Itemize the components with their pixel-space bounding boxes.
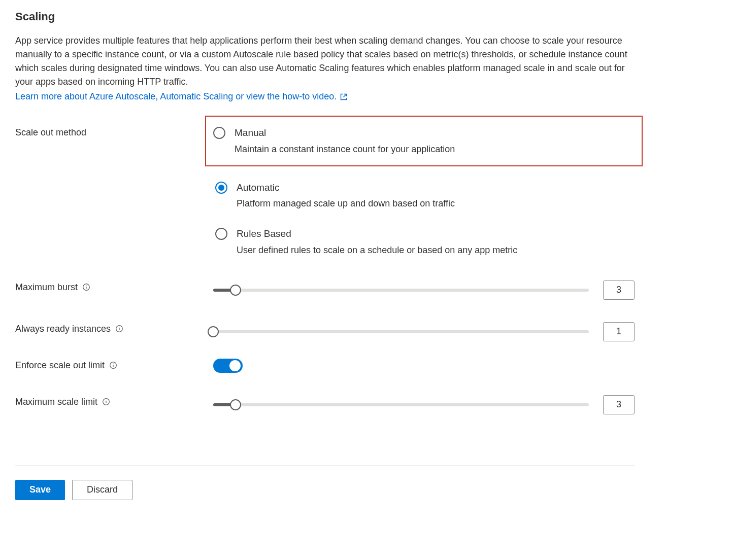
svg-point-2: [86, 285, 86, 286]
save-button[interactable]: Save: [15, 480, 65, 500]
slider-thumb-icon: [230, 399, 241, 410]
maximum-burst-slider[interactable]: [213, 284, 589, 296]
svg-point-11: [106, 400, 106, 400]
radio-manual-desc: Maintain a constant instance count for y…: [235, 143, 455, 156]
info-icon[interactable]: [115, 324, 124, 333]
radio-automatic-title: Automatic: [237, 181, 455, 195]
toggle-knob-icon: [229, 360, 241, 371]
info-icon[interactable]: [109, 361, 118, 370]
enforce-limit-label: Enforce scale out limit: [15, 359, 105, 372]
radio-circle-icon: [215, 228, 227, 240]
slider-thumb-icon: [208, 326, 219, 337]
radio-manual-title: Manual: [235, 126, 455, 141]
enforce-limit-toggle[interactable]: [213, 359, 243, 373]
always-ready-label: Always ready instances: [15, 322, 111, 336]
maximum-burst-label: Maximum burst: [15, 281, 78, 294]
max-scale-limit-label: Maximum scale limit: [15, 395, 97, 409]
maximum-burst-input[interactable]: 3: [603, 281, 635, 300]
scale-out-method-label: Scale out method: [15, 126, 86, 139]
max-scale-limit-slider[interactable]: [213, 399, 589, 411]
max-scale-limit-input[interactable]: 3: [603, 395, 635, 414]
always-ready-input[interactable]: 1: [603, 322, 635, 341]
radio-automatic[interactable]: Automatic Platform managed scale up and …: [213, 180, 635, 212]
intro-text: App service provides multiple features t…: [15, 34, 635, 89]
always-ready-slider[interactable]: [213, 326, 589, 338]
radio-automatic-desc: Platform managed scale up and down based…: [237, 197, 455, 211]
external-link-icon: [340, 93, 348, 101]
scale-out-method-radio-group: Manual Maintain a constant instance coun…: [213, 126, 635, 258]
radio-circle-icon: [213, 127, 225, 139]
discard-button[interactable]: Discard: [72, 480, 132, 500]
learn-more-label: Learn more about Azure Autoscale, Automa…: [15, 90, 337, 103]
footer-actions: Save Discard: [15, 465, 635, 500]
svg-point-5: [119, 327, 119, 327]
info-icon[interactable]: [82, 283, 91, 292]
section-title: Scaling: [15, 8, 635, 25]
radio-rules-based[interactable]: Rules Based User defined rules to scale …: [213, 226, 635, 258]
svg-point-8: [113, 363, 113, 364]
radio-manual[interactable]: Manual Maintain a constant instance coun…: [206, 117, 642, 165]
radio-rules-desc: User defined rules to scale on a schedul…: [237, 243, 517, 257]
info-icon[interactable]: [102, 397, 111, 406]
radio-circle-icon: [215, 182, 227, 194]
radio-rules-title: Rules Based: [237, 227, 517, 241]
learn-more-link[interactable]: Learn more about Azure Autoscale, Automa…: [15, 90, 348, 103]
slider-thumb-icon: [230, 285, 241, 296]
